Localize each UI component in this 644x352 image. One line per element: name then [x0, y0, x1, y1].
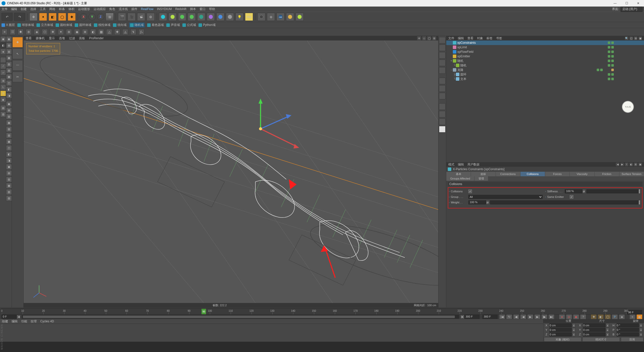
range-end-field-2[interactable]: 300 F	[482, 315, 498, 319]
add-camera[interactable]	[226, 13, 234, 21]
tab-groups-affected[interactable]: Groups Affected	[446, 176, 474, 181]
size-field[interactable]: 0 cm	[583, 328, 605, 332]
palette-icon[interactable]: ▦	[6, 120, 12, 126]
am-btn[interactable]: ⇧	[625, 163, 628, 166]
group-dropdown[interactable]: All	[468, 195, 543, 199]
menu-item[interactable]: 运动图形	[78, 7, 90, 11]
add-generator2[interactable]	[188, 13, 196, 21]
record-key[interactable]: ●	[559, 314, 565, 319]
tab-manage[interactable]: 管理	[474, 176, 488, 181]
rot-field[interactable]: 0 °	[617, 323, 639, 327]
next-key[interactable]: |▶	[541, 314, 547, 319]
menu-item[interactable]: 创建	[21, 7, 27, 11]
tree-row[interactable]: └随机	[446, 63, 644, 68]
stiffness-field[interactable]: 100 %	[565, 189, 582, 193]
redo-button[interactable]: ↷	[14, 13, 25, 21]
palette-icon[interactable]: ▨	[6, 195, 12, 201]
big-tool-brush[interactable]: 〰	[12, 60, 23, 71]
window-maximize[interactable]: ☐	[621, 0, 632, 7]
om-menu-item[interactable]: 查看	[467, 36, 473, 40]
tab-collisions[interactable]: Collisions	[520, 172, 545, 176]
xp-icon[interactable]: ✱	[18, 29, 24, 35]
menu-item[interactable]: 插件	[131, 7, 137, 11]
menu-item[interactable]: 体积	[68, 7, 74, 11]
om-btn[interactable]: ⊞	[634, 36, 637, 40]
live-select-tool[interactable]: ✥	[29, 13, 37, 21]
weight-field[interactable]: 100 %	[468, 200, 486, 204]
palette-icon[interactable]: ▦	[6, 55, 12, 61]
strip-icon[interactable]	[439, 45, 446, 51]
mat-tab[interactable]: 纹理	[31, 319, 37, 324]
add-field[interactable]	[197, 13, 205, 21]
tab-viscosity[interactable]: Viscosity	[570, 172, 594, 176]
menu-item[interactable]: 编辑	[11, 7, 17, 11]
palette-icon[interactable]: ▧	[6, 61, 12, 67]
render-region[interactable]: 🎥	[128, 13, 136, 21]
mat-tab[interactable]: 功能	[21, 319, 27, 324]
menu-item[interactable]: 样条	[59, 7, 65, 11]
size-field[interactable]: 0 cm	[583, 323, 605, 327]
palette-icon[interactable]: ◧	[6, 151, 12, 157]
tab-基本[interactable]: 基本	[446, 172, 471, 176]
coord-system[interactable]: ⊞	[106, 13, 114, 21]
tree-row[interactable]: ├圆环	[446, 72, 644, 77]
xp-button-5[interactable]	[296, 13, 304, 21]
add-generator[interactable]	[178, 13, 186, 21]
am-menu-item[interactable]: 用户数据	[467, 162, 479, 167]
rot-field[interactable]: 0 °	[617, 328, 639, 332]
vp-nav-icon[interactable]: ⊞	[432, 36, 436, 40]
palette-icon[interactable]: ▤	[6, 170, 12, 176]
big-tool-arrow[interactable]: ↖	[12, 49, 23, 59]
om-menu-item[interactable]: 文件	[448, 36, 454, 40]
palette-icon[interactable]: ▥	[6, 114, 12, 119]
pos-field[interactable]: 0 cm	[549, 323, 572, 327]
field-item[interactable]: 公式域	[182, 23, 196, 27]
vp-menu-item[interactable]: 面板	[79, 36, 85, 40]
collisions-checkbox[interactable]: ✓	[468, 190, 472, 193]
strip-icon[interactable]	[439, 85, 446, 92]
x-axis-lock[interactable]: X	[80, 13, 87, 20]
strip-icon[interactable]	[439, 118, 446, 125]
menu-item[interactable]: 工具	[40, 7, 46, 11]
field-item[interactable]: 球形体域	[17, 23, 34, 27]
mat-tab[interactable]: 编辑	[12, 319, 18, 324]
tree-row[interactable]: xpLimit	[446, 45, 644, 50]
palette-icon[interactable]: ▤	[6, 42, 12, 48]
goto-start[interactable]: |◀	[499, 314, 505, 319]
stiffness-spinner[interactable]: ▴▾	[582, 189, 585, 193]
size-mode-dropdown[interactable]: 绝对尺寸	[582, 337, 620, 342]
stiffness-slider[interactable]	[586, 189, 640, 193]
material-manager[interactable]: 创建 编辑 功能 纹理 Cycles 4D	[0, 319, 543, 342]
xp-icon[interactable]: ⬡	[42, 29, 48, 35]
xp-icon[interactable]: ◬	[122, 29, 128, 35]
strip-icon[interactable]	[439, 67, 446, 74]
tab-friction[interactable]: Friction	[595, 172, 619, 176]
strip-icon[interactable]	[439, 111, 446, 117]
vp-menu-item[interactable]: 摄像机	[36, 36, 45, 40]
mode-point[interactable]: ⋅	[0, 57, 6, 63]
om-btn[interactable]: ▣	[638, 36, 642, 40]
am-nav-fwd[interactable]: ▶	[620, 163, 624, 166]
xp-icon[interactable]: △	[106, 29, 112, 35]
palette-icon[interactable]: ▨	[6, 68, 12, 73]
snap-toggle[interactable]: ⊞	[0, 78, 6, 84]
timeline-btn[interactable]: ≡	[629, 314, 635, 319]
weight-spinner[interactable]: ▴▾	[486, 200, 489, 204]
move-tool[interactable]: ✦	[39, 13, 47, 21]
am-btn[interactable]: ▣	[638, 163, 642, 166]
tab-connections[interactable]: Connections	[496, 172, 520, 176]
strip-icon[interactable]	[439, 78, 446, 84]
am-menu-item[interactable]: 编辑	[458, 162, 464, 167]
timeline[interactable]: 0102030405060708090100110120130140150160…	[0, 307, 644, 315]
xp-icon[interactable]: ◐	[90, 29, 96, 35]
vp-menu-item[interactable]: 选项	[59, 36, 65, 40]
range-arrow-l[interactable]: ◀	[17, 315, 21, 319]
xp-icon[interactable]: ⊛	[66, 29, 72, 35]
render-settings[interactable]: ⚙	[147, 13, 155, 21]
pos-field[interactable]: 0 cm	[549, 328, 572, 332]
palette-icon[interactable]: ▤	[6, 107, 12, 113]
menu-item[interactable]: 文件	[2, 7, 8, 11]
menu-item[interactable]: INSYDIUM	[157, 7, 172, 11]
palette-icon[interactable]: ▣	[6, 36, 12, 42]
xp-icon[interactable]: ❋	[50, 29, 56, 35]
